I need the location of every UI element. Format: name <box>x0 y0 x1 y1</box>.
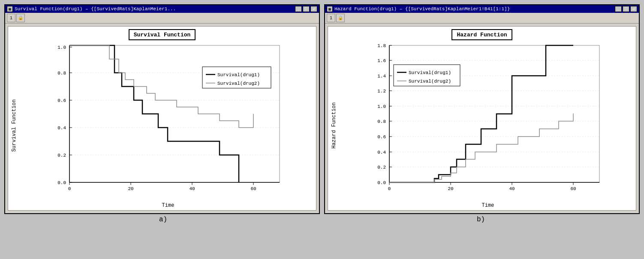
survival-svg: 0.0 0.2 0.4 0.6 <box>20 41 316 199</box>
page-number-left: 1 <box>7 14 15 22</box>
svg-text:60: 60 <box>250 186 256 191</box>
svg-text:0.4: 0.4 <box>377 150 386 155</box>
maximize-btn-right[interactable]: □ <box>623 6 629 12</box>
svg-text:0.0: 0.0 <box>377 180 386 185</box>
survival-y-label: Survival Function <box>11 99 17 152</box>
survival-svg-container: 0.0 0.2 0.4 0.6 <box>20 41 316 202</box>
minimize-btn-right[interactable]: _ <box>615 6 622 12</box>
svg-text:1.6: 1.6 <box>377 58 386 63</box>
svg-text:1.2: 1.2 <box>377 89 386 94</box>
svg-text:20: 20 <box>128 186 133 191</box>
svg-text:Survival(drug1): Survival(drug1) <box>409 70 451 75</box>
svg-text:0.6: 0.6 <box>57 98 66 103</box>
hazard-svg-container: 0.0 0.2 0.4 0.6 0.8 <box>340 41 636 202</box>
caption-left: a) <box>4 216 322 223</box>
svg-text:0.2: 0.2 <box>377 165 386 170</box>
title-bar-buttons-right: _ □ ↵ <box>615 6 637 12</box>
survival-chart-title-wrapper: Survival Function <box>8 27 316 41</box>
svg-text:60: 60 <box>570 186 576 191</box>
hazard-chart-area: Hazard Function Hazard Function <box>328 26 636 211</box>
hazard-toolbar: 1 🔒 <box>325 13 639 24</box>
window-icon-left: ▦ <box>7 6 13 12</box>
svg-text:40: 40 <box>189 186 195 191</box>
survival-chart-area: Survival Function Survival Function <box>8 26 316 211</box>
svg-text:40: 40 <box>509 186 515 191</box>
svg-text:Survival(drug2): Survival(drug2) <box>409 79 451 84</box>
hazard-chart-title-box: Hazard Function <box>451 29 512 40</box>
survival-title-bar: ▦ Survival Function(drug1) – {[SurvivedR… <box>5 5 319 13</box>
survival-chart-title: Survival Function <box>134 32 191 38</box>
svg-text:1.8: 1.8 <box>377 43 386 48</box>
restore-btn-right[interactable]: ↵ <box>630 6 637 12</box>
title-bar-buttons-left: _ □ ↵ <box>295 6 317 12</box>
hazard-chart-right: 0.0 0.2 0.4 0.6 0.8 <box>340 41 636 210</box>
hazard-svg: 0.0 0.2 0.4 0.6 0.8 <box>340 41 636 199</box>
lock-icon-left[interactable]: 🔒 <box>16 14 25 22</box>
svg-rect-0 <box>69 45 280 182</box>
minimize-btn-left[interactable]: _ <box>295 6 302 12</box>
caption-right: b) <box>322 216 640 223</box>
svg-text:1.0: 1.0 <box>377 104 386 109</box>
svg-text:0.2: 0.2 <box>57 153 66 158</box>
survival-chart-title-box: Survival Function <box>129 29 196 40</box>
survival-chart-content: Survival Function 0.0 <box>8 41 316 210</box>
hazard-chart-content: Hazard Function 0.0 <box>328 41 636 210</box>
survival-chart-right: 0.0 0.2 0.4 0.6 <box>20 41 316 210</box>
page-number-right: 1 <box>327 14 335 22</box>
svg-text:1.4: 1.4 <box>377 74 386 79</box>
window-icon-right: ▦ <box>327 6 333 12</box>
captions-row: a) b) <box>4 216 640 223</box>
hazard-chart-title-wrapper: Hazard Function <box>328 27 636 41</box>
svg-text:1.0: 1.0 <box>57 45 66 50</box>
lock-icon-right[interactable]: 🔒 <box>336 14 345 22</box>
restore-btn-left[interactable]: ↵ <box>310 6 317 12</box>
hazard-y-label: Hazard Function <box>331 102 337 149</box>
maximize-btn-left[interactable]: □ <box>303 6 310 12</box>
svg-text:0: 0 <box>388 186 391 191</box>
hazard-y-label-container: Hazard Function <box>328 41 340 210</box>
hazard-window: ▦ Hazard Function(drug1) – {[SurvivedRat… <box>324 4 640 214</box>
svg-text:0.8: 0.8 <box>377 119 386 124</box>
panels-row: ▦ Survival Function(drug1) – {[SurvivedR… <box>4 4 640 214</box>
svg-text:0: 0 <box>68 186 71 191</box>
svg-text:0.8: 0.8 <box>57 71 66 76</box>
survival-window-title: Survival Function(drug1) – {[SurvivedRat… <box>15 6 293 12</box>
svg-text:Survival(drug1): Survival(drug1) <box>217 72 260 77</box>
survival-window: ▦ Survival Function(drug1) – {[SurvivedR… <box>4 4 320 214</box>
hazard-chart-title: Hazard Function <box>457 32 507 38</box>
svg-text:0.0: 0.0 <box>57 180 66 185</box>
svg-text:0.4: 0.4 <box>57 125 66 131</box>
hazard-window-title: Hazard Function(drug1) – {[SurvivedRats]… <box>334 6 613 12</box>
svg-text:20: 20 <box>448 186 453 191</box>
survival-toolbar: 1 🔒 <box>5 13 319 24</box>
survival-x-label: Time <box>20 202 316 210</box>
svg-text:Survival(drug2): Survival(drug2) <box>217 81 260 86</box>
survival-y-label-container: Survival Function <box>8 41 20 210</box>
hazard-title-bar: ▦ Hazard Function(drug1) – {[SurvivedRat… <box>325 5 639 13</box>
hazard-x-label: Time <box>340 202 636 210</box>
svg-text:0.6: 0.6 <box>377 134 386 140</box>
